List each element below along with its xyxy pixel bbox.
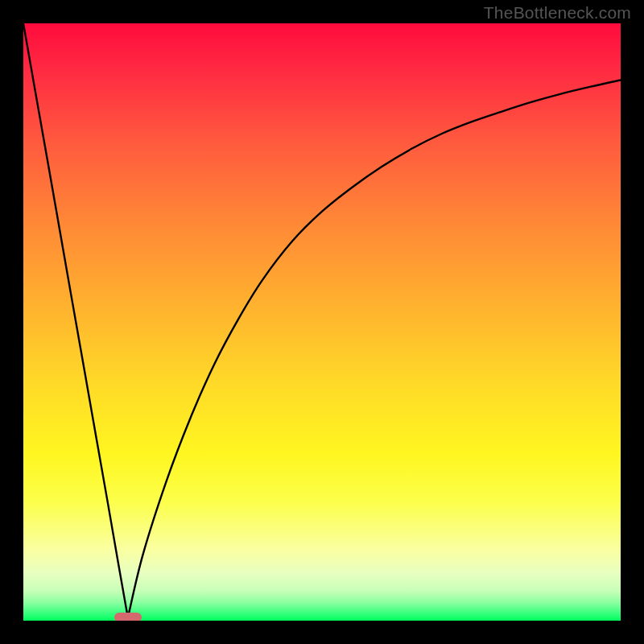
curve-svg (23, 23, 621, 621)
chart-container: TheBottleneck.com (0, 0, 644, 644)
cusp-marker (114, 613, 142, 621)
curve-left-branch (23, 23, 128, 617)
curve-right-branch (128, 80, 621, 617)
watermark-text: TheBottleneck.com (484, 3, 631, 23)
plot-area (23, 23, 621, 621)
